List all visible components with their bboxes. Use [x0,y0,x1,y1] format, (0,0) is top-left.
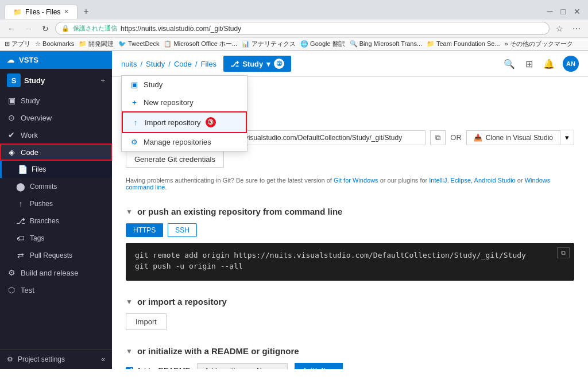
sidebar-item-files[interactable]: 📄 Files [0,161,112,178]
sidebar-item-pull-requests[interactable]: ⇄ Pull Requests [0,247,112,264]
sidebar-item-tags[interactable]: 🏷 Tags [0,230,112,247]
init-section-header[interactable]: ▼ or initialize with a README or gitigno… [126,346,574,356]
bm-analytics[interactable]: 📊 アナリティクス [242,40,296,48]
eclipse-link[interactable]: Eclipse [451,177,471,184]
project-icon: S [7,73,21,87]
bm-bing[interactable]: 🔍 Bing Microsoft Trans... [350,40,422,48]
sidebar-item-work[interactable]: ✔ Work [0,126,112,144]
bm-tweet[interactable]: 🐦 TweetDeck [118,40,159,48]
import-btn[interactable]: Import [126,313,167,330]
push-https-btn[interactable]: HTTPS [126,223,163,237]
sidebar-item-code[interactable]: ◈ Code [0,144,112,161]
sidebar-item-test[interactable]: ⬡ Test [0,281,112,298]
browser-menu-btn[interactable]: ⋯ [570,22,583,35]
import-section: ▼ or import a repository Import [126,297,574,330]
search-btn[interactable]: 🔍 [501,56,517,72]
sidebar-item-build-release[interactable]: ⚙ Build and release [0,264,112,281]
android-studio-link[interactable]: Android Studio [474,177,516,184]
clone-vs-btn[interactable]: 📥 Clone in Visual Studio [466,130,560,145]
push-section: ▼ or push an existing repository from co… [126,207,574,281]
sidebar-item-pushes[interactable]: ↑ Pushes [0,195,112,212]
url-bar[interactable]: 🔒 保護された通信 https://nuits.visualstudio.com… [55,22,550,35]
git-windows-link[interactable]: Git for Windows [334,177,378,184]
dropdown-new-icon: + [130,98,139,107]
push-section-header[interactable]: ▼ or push an existing repository from co… [126,207,574,216]
dropdown-study-icon: ▣ [130,80,139,89]
dropdown-study-label: Study [144,80,163,89]
grid-view-btn[interactable]: ⊞ [523,56,535,72]
add-project-btn[interactable]: + [100,76,105,85]
sidebar-footer[interactable]: ⚙ Project settings « [0,349,112,369]
clone-vs-dropdown-btn[interactable]: ▾ [560,130,574,145]
sidebar-label-work: Work [21,131,38,139]
sidebar-label-pull-requests: Pull Requests [30,251,72,259]
bookmark-star-btn[interactable]: ☆ [553,22,566,35]
init-row: Add a README Add a .gitignore: None Init… [126,363,574,369]
sidebar-collapse-icon[interactable]: « [101,355,105,363]
url-text: https://nuits.visualstudio.com/_git/Stud… [121,25,543,33]
settings-icon: ⚙ [7,355,13,363]
dropdown-item-manage-repos[interactable]: ⚙ Manage repositories [122,133,247,151]
forward-btn[interactable]: → [22,22,36,35]
push-ssh-btn[interactable]: SSH [168,223,197,237]
browser-tab[interactable]: 📁 Files - Files ✕ [5,5,78,19]
bm-apps[interactable]: ⊞ アプリ [5,40,30,48]
copy-url-btn[interactable]: ⧉ [430,130,446,145]
sidebar: ☁ VSTS S Study + ▣ Study ⊙ Overview ✔ Wo… [0,51,112,369]
browser-chrome: 📁 Files - Files ✕ + ─ □ ✕ ← → ↻ 🔒 保護された通… [0,0,588,51]
dropdown-item-import-repo[interactable]: ↑ Import repository ③ [122,111,247,133]
initialize-btn[interactable]: Initialize [295,363,342,369]
breadcrumb-files[interactable]: Files [201,60,216,68]
sidebar-header: ☁ VSTS [0,51,112,69]
tab-title: Files - Files [25,8,60,16]
import-section-header[interactable]: ▼ or import a repository [126,297,574,307]
user-avatar[interactable]: AN [563,56,579,72]
dropdown-item-study[interactable]: ▣ Study [122,76,247,94]
sidebar-item-branches[interactable]: ⎇ Branches [0,212,112,230]
bm-dev[interactable]: 📁 開発関連 [79,40,114,48]
help-text: Having problems authenticating in Git? B… [126,177,574,191]
add-readme-checkbox[interactable] [126,367,133,369]
header-actions: 🔍 ⊞ 🔔 AN [501,56,579,72]
back-btn[interactable]: ← [5,22,18,35]
breadcrumb: nuits / Study / Code / Files [121,60,216,68]
add-readme-checkbox-item: Add a README [126,366,190,369]
bm-bookmarks[interactable]: ☆ Bookmarks [35,40,74,48]
cmd-line-1: git remote add origin https://nuits.visu… [135,251,565,259]
minimize-btn[interactable]: ─ [544,5,556,18]
bm-office[interactable]: 📋 Microsoft Office ホー... [164,40,237,48]
chevron-down-icon: ▾ [266,60,270,68]
sidebar-label-files: Files [32,165,46,173]
dropdown-item-new-repo[interactable]: + New repository [122,94,247,111]
dropdown-manage-label: Manage repositories [144,138,211,146]
bm-more[interactable]: » その他のブックマーク [505,40,573,48]
maximize-btn[interactable]: □ [558,5,568,18]
init-chevron-icon: ▼ [126,347,133,355]
sidebar-item-overview[interactable]: ⊙ Overview [0,109,112,126]
tab-close-btn[interactable]: ✕ [64,8,69,15]
sidebar-item-commits[interactable]: ⬤ Commits [0,178,112,195]
sidebar-item-study[interactable]: ▣ Study [0,92,112,109]
vsts-icon: ☁ [7,56,14,64]
notification-btn[interactable]: 🔔 [541,56,557,72]
copy-cmd-btn[interactable]: ⧉ [557,247,570,258]
refresh-btn[interactable]: ↻ [39,22,52,35]
gitignore-select[interactable]: Add a .gitignore: None [197,363,288,370]
add-readme-label: Add a README [137,366,190,369]
new-tab-btn[interactable]: + [78,3,94,20]
breadcrumb-nuits[interactable]: nuits [121,60,137,68]
breadcrumb-code[interactable]: Code [174,60,192,68]
tab-bar: 📁 Files - Files ✕ + ─ □ ✕ [0,0,588,20]
vs-icon: 📥 [474,134,482,142]
intellij-link[interactable]: IntelliJ [429,177,447,184]
study-dropdown-btn[interactable]: ⎇ Study ▾ ② [223,56,291,72]
bm-tfs[interactable]: 📁 Team Foundation Se... [427,40,500,48]
close-btn[interactable]: ✕ [571,5,583,18]
bm-translate[interactable]: 🌐 Google 翻訳 [300,40,345,48]
lock-icon: 🔒 [61,25,69,32]
study-repo-icon: ⎇ [230,60,239,68]
breadcrumb-study[interactable]: Study [146,60,165,68]
sidebar-project[interactable]: S Study + [0,69,112,92]
gen-credentials-btn[interactable]: Generate Git credentials [126,151,224,168]
or-label: OR [450,133,462,142]
